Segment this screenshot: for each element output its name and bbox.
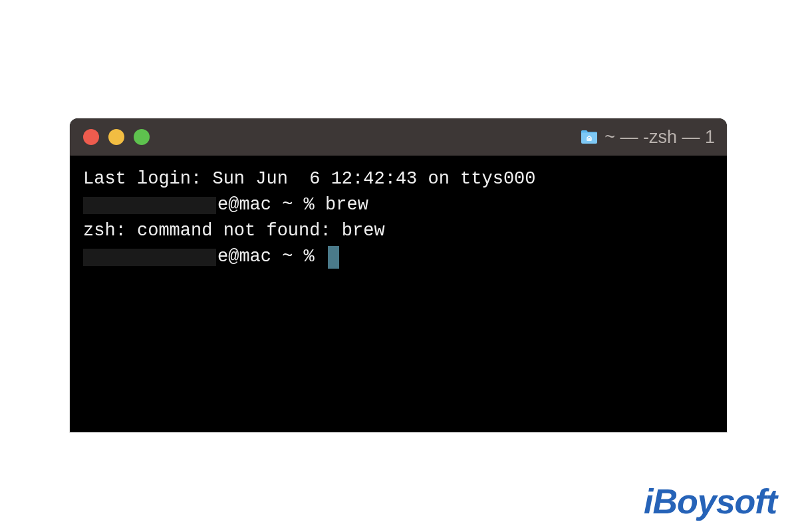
watermark-logo: iBoysoft bbox=[644, 481, 777, 521]
last-login-text: Last login: Sun Jun 6 12:42:43 on ttys00… bbox=[83, 166, 536, 192]
traffic-lights bbox=[83, 129, 150, 145]
close-icon[interactable] bbox=[83, 129, 99, 145]
terminal-body[interactable]: Last login: Sun Jun 6 12:42:43 on ttys00… bbox=[70, 156, 727, 281]
maximize-icon[interactable] bbox=[134, 129, 150, 145]
command-text: brew bbox=[325, 192, 368, 218]
prompt-text: e@mac ~ % bbox=[217, 192, 325, 218]
window-title: ~ — -zsh — 1 bbox=[604, 127, 715, 148]
terminal-prompt-line: e@mac ~ % brew bbox=[83, 192, 714, 218]
cursor-icon bbox=[328, 246, 339, 269]
prompt-text: e@mac ~ % bbox=[217, 244, 325, 270]
home-folder-icon bbox=[581, 130, 598, 144]
terminal-window: ~ — -zsh — 1 Last login: Sun Jun 6 12:42… bbox=[70, 118, 727, 432]
error-output-text: zsh: command not found: brew bbox=[83, 218, 385, 244]
window-title-section: ~ — -zsh — 1 bbox=[581, 127, 715, 148]
redacted-username bbox=[83, 197, 216, 214]
redacted-username bbox=[83, 249, 216, 266]
terminal-prompt-line: e@mac ~ % bbox=[83, 244, 714, 270]
title-bar: ~ — -zsh — 1 bbox=[70, 118, 727, 156]
terminal-output-line: Last login: Sun Jun 6 12:42:43 on ttys00… bbox=[83, 166, 714, 192]
watermark-text: iBoysoft bbox=[644, 481, 777, 521]
minimize-icon[interactable] bbox=[108, 129, 124, 145]
terminal-output-line: zsh: command not found: brew bbox=[83, 218, 714, 244]
